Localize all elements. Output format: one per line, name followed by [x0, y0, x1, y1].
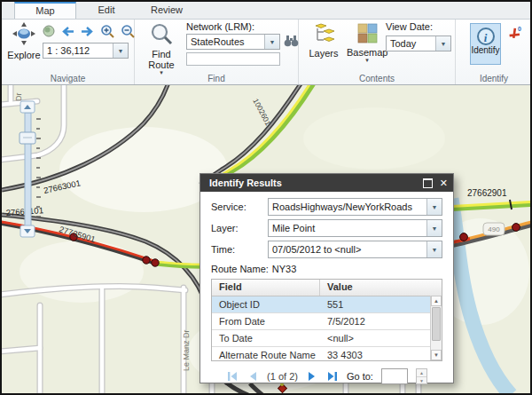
- chevron-down-icon[interactable]: ▼: [426, 241, 442, 257]
- zoom-slider-track[interactable]: [25, 113, 31, 226]
- zoom-in-icon[interactable]: [100, 24, 114, 38]
- pagination-bar: (1 of 2) Go to: ▲ ▼: [211, 363, 442, 390]
- svg-text:0: 0: [518, 26, 521, 32]
- group-navigate: Explore: [2, 20, 135, 84]
- layer-combobox[interactable]: Mile Point ▼: [268, 219, 442, 237]
- service-combobox[interactable]: RoadsHighways/NewYorkRoads ▼: [268, 198, 442, 216]
- basemap-button[interactable]: Basemap ▾: [347, 23, 387, 63]
- find-route-icon: [150, 22, 173, 45]
- chevron-down-icon: ▾: [347, 58, 387, 63]
- table-row[interactable]: To Date <null>: [212, 330, 442, 347]
- table-row[interactable]: From Date 7/5/2012: [212, 313, 442, 330]
- back-arrow-icon[interactable]: [61, 26, 74, 37]
- ribbon: Explore: [2, 20, 530, 85]
- service-value: RoadsHighways/NewYorkRoads: [269, 201, 426, 212]
- layer-value: Mile Point: [269, 223, 426, 233]
- group-identify: i Identify 0 Identify: [456, 20, 532, 84]
- attributes-table: Field Value Object ID 551 From Date 7/5/…: [211, 279, 442, 361]
- last-page-icon[interactable]: [326, 370, 339, 383]
- spinner-up-icon[interactable]: ▲: [417, 369, 426, 377]
- chevron-down-icon[interactable]: ▼: [426, 220, 442, 236]
- basemap-icon: [357, 23, 378, 43]
- page-indicator: (1 of 2): [267, 371, 298, 382]
- value-column-header: Value: [320, 280, 442, 296]
- group-label-contents: Contents: [299, 74, 455, 83]
- svg-text:27662901: 27662901: [467, 188, 507, 198]
- route-shield-490: 490: [483, 223, 505, 235]
- chevron-down-icon[interactable]: ▼: [426, 199, 442, 215]
- scrollbar-thumb[interactable]: [432, 307, 441, 341]
- find-route-label-line1: Find: [144, 49, 179, 59]
- table-row[interactable]: Alternate Route Name 33 4303: [212, 347, 442, 361]
- network-lrm-combobox[interactable]: StateRoutes ▼: [186, 34, 280, 50]
- chevron-down-icon[interactable]: ▼: [113, 43, 128, 58]
- ribbon-tab-bar: Map Edit Review: [2, 2, 530, 20]
- scroll-down-icon[interactable]: ▼: [431, 350, 442, 360]
- chevron-down-icon[interactable]: ▼: [264, 35, 279, 49]
- view-date-value: Today: [387, 38, 435, 49]
- goto-spinner[interactable]: ▲ ▼: [416, 368, 427, 384]
- explore-icon: [12, 21, 36, 46]
- svg-text:490: 490: [488, 225, 500, 233]
- explore-label: Explore: [5, 50, 43, 60]
- layers-label: Layers: [306, 48, 341, 59]
- dialog-title: Identify Results: [209, 178, 282, 188]
- route-name-label: Route Name:: [211, 264, 269, 274]
- forward-arrow-icon[interactable]: [81, 26, 94, 37]
- maximize-icon[interactable]: [423, 178, 433, 188]
- network-lrm-label: Network (LRM):: [186, 21, 254, 32]
- globe-icon[interactable]: [43, 25, 55, 37]
- scroll-up-icon[interactable]: ▲: [431, 296, 442, 306]
- application-window: Map Edit Review Explore: [0, 0, 532, 395]
- layers-button[interactable]: Layers: [306, 23, 341, 59]
- group-label-identify: Identify: [456, 74, 532, 83]
- tab-edit[interactable]: Edit: [76, 2, 137, 19]
- identify-button[interactable]: i Identify: [470, 23, 501, 65]
- chevron-down-icon[interactable]: ▼: [435, 36, 450, 51]
- time-value: 07/05/2012 to <null>: [269, 244, 426, 255]
- next-page-icon[interactable]: [306, 370, 318, 383]
- network-lrm-value: StateRoutes: [187, 36, 264, 47]
- table-row[interactable]: Object ID 551: [212, 296, 442, 313]
- group-contents: Layers Basemap ▾ View Date: Today ▼ Cont…: [299, 20, 456, 84]
- field-column-header: Field: [212, 280, 320, 296]
- svg-text:Dr: Dr: [14, 93, 23, 102]
- svg-text:Le Manz Dr: Le Manz Dr: [182, 329, 191, 371]
- dialog-titlebar[interactable]: Identify Results ✕: [200, 174, 453, 192]
- goto-page-input[interactable]: [381, 368, 408, 384]
- route-name-value: NY33: [272, 264, 297, 274]
- close-icon[interactable]: ✕: [440, 174, 448, 192]
- tab-map[interactable]: Map: [14, 2, 76, 19]
- find-route-button[interactable]: Find Route ▾: [144, 22, 179, 75]
- service-label: Service:: [211, 201, 268, 212]
- group-label-navigate: Navigate: [2, 74, 134, 83]
- layers-icon: [313, 23, 334, 44]
- binoculars-icon[interactable]: [284, 35, 299, 48]
- route-input-field[interactable]: [186, 52, 280, 66]
- previous-page-icon[interactable]: [246, 370, 259, 383]
- table-header: Field Value: [212, 280, 442, 296]
- group-find: Find Route ▾ Network (LRM): StateRoutes …: [135, 20, 299, 84]
- group-label-find: Find: [135, 74, 298, 83]
- layer-label: Layer:: [211, 223, 268, 233]
- time-combobox[interactable]: 07/05/2012 to <null> ▼: [268, 241, 442, 258]
- table-scrollbar[interactable]: ▲ ▼: [430, 296, 442, 360]
- view-date-label: View Date:: [386, 21, 433, 32]
- identify-button-label: Identify: [471, 45, 500, 56]
- map-scale-value: 1 : 36,112: [43, 45, 113, 56]
- tab-review[interactable]: Review: [137, 2, 197, 19]
- explore-button[interactable]: Explore: [5, 21, 43, 60]
- first-page-icon[interactable]: [226, 370, 239, 383]
- identify-icon: i: [477, 28, 495, 45]
- goto-label: Go to:: [347, 371, 373, 382]
- spinner-down-icon[interactable]: ▼: [417, 377, 426, 384]
- view-date-combobox[interactable]: Today ▼: [386, 36, 451, 51]
- map-scale-combobox[interactable]: 1 : 36,112 ▼: [43, 43, 129, 59]
- time-label: Time:: [211, 244, 268, 255]
- navigate-toolbar: [43, 24, 135, 38]
- identify-results-dialog: Identify Results ✕ Service: RoadsHighway…: [200, 173, 454, 383]
- zoom-out-icon[interactable]: [121, 24, 135, 38]
- identify-route-locations-icon[interactable]: 0: [507, 26, 523, 42]
